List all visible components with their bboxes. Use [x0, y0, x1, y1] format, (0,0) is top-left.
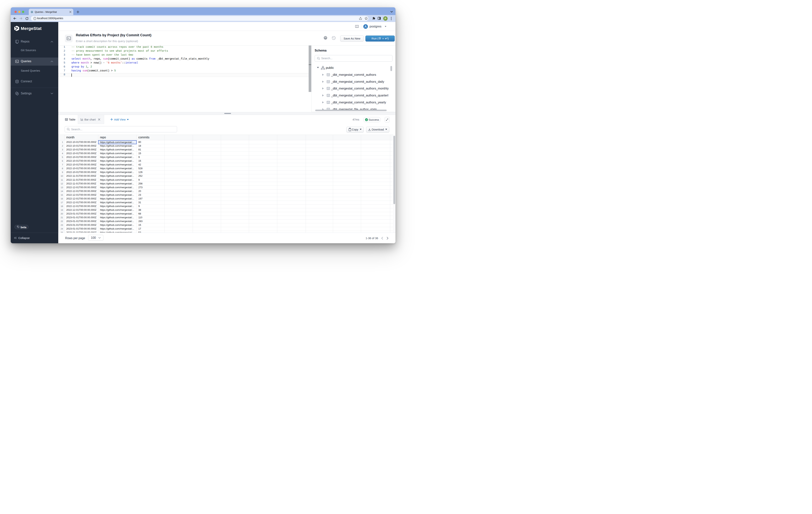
- svg-text:P: P: [384, 17, 386, 20]
